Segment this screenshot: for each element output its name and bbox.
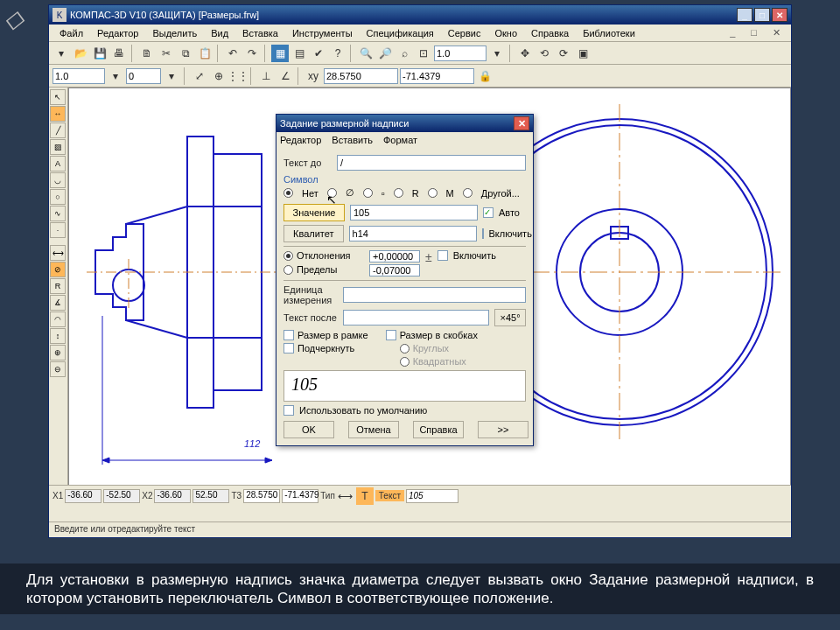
rotate-icon[interactable]: ⟲	[536, 45, 553, 62]
radio-deviation[interactable]	[284, 251, 293, 261]
qualitet-input[interactable]	[349, 226, 477, 242]
include1-checkbox[interactable]	[482, 228, 484, 239]
auto-checkbox[interactable]	[483, 207, 494, 218]
refresh-icon[interactable]: ⟳	[555, 45, 572, 62]
radio-diameter[interactable]	[327, 188, 337, 198]
close-button[interactable]: ✕	[772, 8, 788, 22]
more-button[interactable]: >>	[478, 421, 528, 438]
cut-icon[interactable]: ✂	[158, 45, 175, 62]
dialog-close-button[interactable]: ✕	[514, 116, 529, 130]
brackets-checkbox[interactable]	[386, 330, 396, 340]
menu-file[interactable]: Файл	[52, 26, 90, 40]
radio-radius[interactable]	[394, 188, 403, 198]
ok-button[interactable]: OK	[284, 421, 334, 438]
coord-y-input[interactable]	[400, 68, 474, 84]
zoom-out-icon[interactable]: 🔎	[376, 45, 394, 62]
tool-chain-dim[interactable]: ⊕	[50, 345, 66, 360]
radio-none[interactable]	[284, 188, 293, 198]
snap-icon[interactable]: ⤢	[191, 67, 208, 85]
scale-input[interactable]	[52, 68, 105, 84]
dlg-menu-editor[interactable]: Редактор	[280, 135, 321, 145]
radio-metric[interactable]	[428, 188, 438, 198]
scale-dropdown[interactable]: ▾	[107, 67, 124, 85]
tool-hatch[interactable]: ▨	[50, 139, 66, 155]
snap2-icon[interactable]: ⊕	[210, 67, 228, 85]
dev-upper-input[interactable]	[369, 250, 420, 262]
tool-radius-dim[interactable]: R	[50, 278, 66, 294]
zoom-in-icon[interactable]: 🔍	[357, 45, 374, 62]
menu-window[interactable]: Окно	[487, 26, 524, 40]
type-icon2[interactable]: T	[356, 487, 374, 505]
grid-icon[interactable]: ▦	[271, 45, 289, 62]
radio-square[interactable]	[363, 188, 373, 198]
step-dropdown[interactable]: ▾	[163, 67, 180, 85]
menu-service[interactable]: Сервис	[441, 26, 488, 40]
tool-angle-dim[interactable]: ∡	[50, 295, 66, 311]
menu-insert[interactable]: Вставка	[235, 26, 285, 40]
coord-x-input[interactable]	[324, 68, 398, 84]
new-doc-icon[interactable]: ▾	[52, 45, 70, 62]
props-icon[interactable]: ✔	[310, 45, 327, 62]
unit-input[interactable]	[343, 287, 526, 303]
grid-snap-icon[interactable]: ⋮⋮	[229, 67, 247, 85]
tool-arc[interactable]: ◡	[50, 172, 66, 188]
tool-line[interactable]: ╱	[50, 122, 66, 138]
help-button[interactable]: Справка	[413, 421, 464, 438]
open-icon[interactable]: 📂	[72, 45, 89, 62]
menu-editor[interactable]: Редактор	[90, 26, 145, 40]
tool-select[interactable]: ↖	[50, 89, 66, 105]
maximize-button[interactable]: □	[754, 8, 770, 22]
minimize-button[interactable]: _	[737, 8, 752, 22]
type-icon1[interactable]: ⟷	[337, 487, 354, 505]
dev-lower-input[interactable]	[369, 264, 420, 276]
tool-point[interactable]: ·	[50, 222, 66, 238]
zoom-fit-icon[interactable]: ⊡	[415, 45, 432, 62]
underline-checkbox[interactable]	[284, 343, 294, 354]
menu-libraries[interactable]: Библиотеки	[576, 26, 642, 40]
mdi-restore[interactable]: □	[744, 25, 764, 40]
text-value-input[interactable]	[406, 489, 458, 503]
value-button[interactable]: Значение	[284, 204, 345, 221]
zoom-window-icon[interactable]: ⌕	[396, 45, 413, 62]
tool-text[interactable]: A	[50, 156, 66, 172]
layer-icon[interactable]: ▤	[290, 45, 308, 62]
ortho-icon[interactable]: ⊥	[257, 67, 275, 85]
copy-icon[interactable]: ⧉	[177, 45, 194, 62]
menu-tools[interactable]: Инструменты	[285, 26, 360, 40]
dlg-menu-insert[interactable]: Вставить	[332, 135, 373, 145]
use-default-checkbox[interactable]	[284, 405, 294, 416]
cancel-button[interactable]: Отмена	[348, 421, 399, 438]
dlg-menu-format[interactable]: Формат	[383, 135, 417, 145]
include2-checkbox[interactable]	[438, 250, 448, 261]
redo-icon[interactable]: ↷	[243, 45, 261, 62]
tool-circle[interactable]: ○	[50, 189, 66, 205]
qualitet-button[interactable]: Квалитет	[284, 225, 344, 242]
print-icon[interactable]: 🖶	[110, 45, 128, 62]
t3y-value[interactable]: -71.4379	[282, 489, 318, 503]
menu-view[interactable]: Вид	[204, 26, 235, 40]
pan-icon[interactable]: ✥	[516, 45, 534, 62]
coord-icon[interactable]: xy	[304, 67, 322, 85]
menu-spec[interactable]: Спецификация	[360, 26, 441, 40]
tool-baseline-dim[interactable]: ⊖	[50, 361, 66, 377]
coord-lock-icon[interactable]: 🔒	[476, 67, 494, 85]
zoom-value-input[interactable]	[434, 46, 486, 61]
paste-icon[interactable]: 📋	[196, 45, 214, 62]
tool-arc-dim[interactable]: ◠	[50, 312, 66, 327]
menu-help[interactable]: Справка	[524, 26, 576, 40]
value-input[interactable]	[350, 205, 478, 220]
tool-diameter-dim[interactable]: ⊘	[50, 262, 66, 277]
step-input[interactable]	[126, 68, 161, 84]
text-before-input[interactable]	[337, 155, 526, 171]
zoom-dropdown[interactable]: ▾	[488, 45, 506, 62]
view-icon[interactable]: ▣	[574, 45, 592, 62]
mdi-close[interactable]: ✕	[766, 25, 788, 40]
save-icon[interactable]: 💾	[91, 45, 108, 62]
tool-spline[interactable]: ∿	[50, 206, 66, 221]
radio-limits[interactable]	[284, 265, 293, 275]
angle-icon[interactable]: ∠	[276, 67, 294, 85]
tool-dimension[interactable]: ↔	[50, 106, 66, 122]
menu-select[interactable]: Выделить	[145, 26, 204, 40]
x45-button[interactable]: ×45°	[494, 309, 526, 326]
radio-other[interactable]	[463, 188, 472, 198]
